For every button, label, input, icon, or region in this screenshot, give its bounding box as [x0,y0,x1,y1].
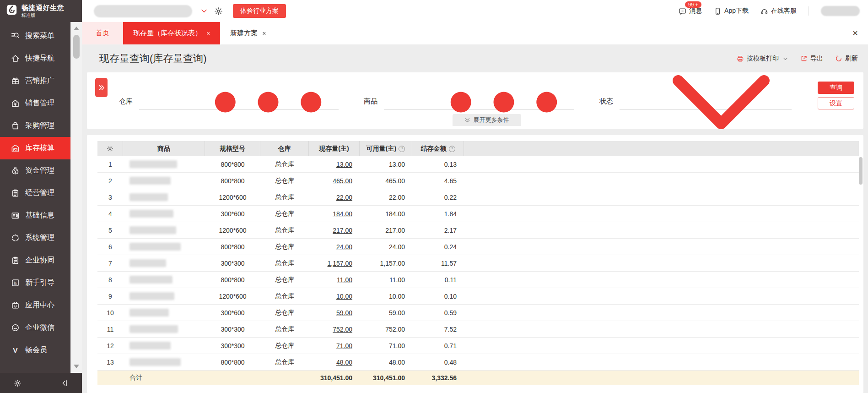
amount-cell: 0.59 [412,305,464,321]
messages-button[interactable]: 99 + 消息 [679,7,702,15]
scheme-collapse-button[interactable] [95,78,108,97]
warehouse-cell: 总仓库 [260,173,309,189]
redacted-product-name [129,342,171,349]
sidebar-item-system[interactable]: 系统管理 [0,227,70,249]
inventory-table: 商品规格型号仓库现存量(主)可用量(主)?结存金额?1800*800总仓库13.… [97,141,859,385]
sidebar-item-search-menu[interactable]: 搜索菜单 [0,25,70,47]
refresh-button[interactable]: 刷新 [835,55,858,63]
column-settings-gear-icon[interactable] [107,145,113,152]
sidebar-item-sales[interactable]: 销售管理 [0,92,70,115]
qty-link[interactable]: 465.00 [333,177,352,185]
brand-logo-icon [5,4,18,16]
redacted-product-name [129,309,169,317]
help-question-icon[interactable]: ? [399,146,405,152]
help-question-icon[interactable]: ? [449,146,455,152]
sidebar-item-wecom[interactable]: 企业微信 [0,317,70,339]
quick-nav-icon [11,54,20,63]
export-button[interactable]: 导出 [800,55,823,63]
app-download-button[interactable]: App下载 [714,7,749,15]
total-filler [464,371,859,385]
sidebar-settings-gear-icon[interactable] [14,379,22,387]
qty-link[interactable]: 752.00 [333,326,352,333]
product-cell-redacted [123,255,205,271]
qty-link[interactable]: 71.00 [336,342,352,349]
redacted-product-name [129,292,174,300]
warehouse-cell: 总仓库 [260,321,309,337]
product-cell-redacted [123,239,205,255]
row-filler [464,288,859,304]
sidebar-item-member[interactable]: V畅会员 [0,339,70,361]
sidebar-item-collab[interactable]: 企业协同 [0,249,70,272]
product-cell-redacted [123,338,205,354]
qty-link[interactable]: 24.00 [336,243,352,251]
tab-label: 首页 [96,29,109,38]
available-cell: 10.00 [360,288,412,304]
trial-solution-button[interactable]: 体验行业方案 [233,4,286,18]
row-number: 10 [97,305,123,321]
redacted-product-name [129,259,166,267]
sidebar-item-marketing[interactable]: 营销推广 [0,70,70,92]
sidebar-item-funds[interactable]: 资金管理 [0,159,70,182]
redacted-product-name [129,226,176,234]
redacted-product-name [129,160,177,168]
query-button[interactable]: 查询 [818,82,854,94]
qty-link[interactable]: 217.00 [333,227,352,234]
table-scroll-thumb[interactable] [859,157,863,185]
qty-link[interactable]: 1,157.00 [328,260,353,267]
scroll-down-arrow-icon[interactable] [74,365,79,368]
online-service-label: 在线客服 [771,7,797,15]
qty-link[interactable]: 59.00 [336,309,352,317]
scroll-up-arrow-icon[interactable] [74,27,79,30]
inventory-table-card: 商品规格型号仓库现存量(主)可用量(主)?结存金额?1800*800总仓库13.… [87,135,863,393]
qty-link[interactable]: 48.00 [336,359,352,366]
column-header-label: 现存量(主) [319,145,349,153]
brand-block: 畅捷通好生意 标准版 [0,0,82,22]
filter-panel: 仓库商品状态 查询 设置 展开更多条件 [87,72,863,129]
amount-cell: 0.22 [412,189,464,205]
qty-link[interactable]: 10.00 [336,293,352,300]
sidebar-item-basic-info[interactable]: 基础信息 [0,204,70,227]
filter-input[interactable] [384,96,574,109]
column-header-filler [464,141,859,156]
settings-button[interactable]: 设置 [818,97,854,109]
amount-cell: 11.57 [412,255,464,271]
sidebar-item-newbie[interactable]: 新新手引导 [0,272,70,294]
amount-cell: 4.65 [412,173,464,189]
qty-link[interactable]: 11.00 [337,276,352,284]
online-service-button[interactable]: 在线客服 [760,7,797,15]
filter-input[interactable] [620,96,792,109]
table-header-row: 商品规格型号仓库现存量(主)可用量(主)?结存金额? [97,141,859,156]
sidebar-scroll-thumb[interactable] [73,35,80,59]
close-tabstrip-icon[interactable]: × [842,28,868,38]
table-row: 1800*800总仓库13.0013.000.13 [97,156,859,173]
filter-input[interactable] [139,96,339,109]
warehouse-cell: 总仓库 [260,156,309,172]
collab-icon [11,256,20,265]
export-label: 导出 [810,55,823,63]
qty-link[interactable]: 13.00 [336,161,352,168]
collapse-sidebar-icon[interactable] [60,379,68,387]
total-qty: 310,451.00 [309,371,360,385]
table-row: 8800*800总仓库11.0011.000.11 [97,272,859,288]
sidebar-item-inventory[interactable]: 库存核算 [0,137,70,159]
sidebar-item-operations[interactable]: 经营管理 [0,182,70,204]
column-settings-cell [97,141,123,156]
column-header-4: 现存量(主) [309,141,360,156]
company-caret-down-icon[interactable] [200,7,208,15]
spec-cell: 300*300 [205,321,260,337]
sidebar-item-app-center[interactable]: 应用中心 [0,294,70,317]
user-name-redacted[interactable] [821,6,860,16]
table-row: 91200*600总仓库10.0010.000.10 [97,288,859,305]
table-row: 51200*600总仓库217.00217.002.17 [97,222,859,239]
company-selector-redacted[interactable] [94,5,192,17]
headset-icon [760,7,768,15]
sidebar-item-quick-nav[interactable]: 快捷导航 [0,47,70,70]
sidebar-item-purchase[interactable]: 采购管理 [0,115,70,137]
settings-gear-icon[interactable] [214,7,223,16]
qty-link[interactable]: 184.00 [333,210,352,218]
qty-cell: 11.00 [309,272,360,288]
qty-link[interactable]: 22.00 [336,194,352,201]
available-cell: 24.00 [360,239,412,255]
tab-home[interactable]: 首页 [82,22,123,44]
sidebar-scrollbar[interactable] [70,22,82,393]
